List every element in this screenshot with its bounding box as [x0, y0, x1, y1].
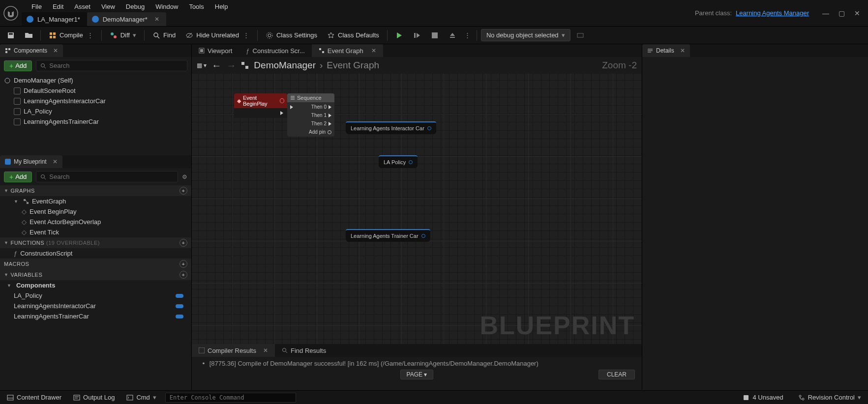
play-button[interactable] [391, 29, 407, 42]
find-button[interactable]: Find [149, 29, 180, 42]
console-input[interactable] [165, 393, 296, 403]
graph-menu-button[interactable]: ▦ ▾ [197, 62, 207, 69]
blueprint-search[interactable] [36, 171, 178, 182]
component-root[interactable]: DemoManager (Self) [0, 75, 191, 86]
debug-object-select[interactable]: No debug object selected ▾ [481, 29, 570, 41]
diff-button[interactable]: Diff ▾ [106, 29, 140, 42]
cmd-button[interactable]: Cmd▾ [123, 393, 159, 402]
component-item[interactable]: DefaultSceneRoot [0, 86, 191, 96]
object-out-pin[interactable] [427, 126, 431, 130]
page-button[interactable]: PAGE ▾ [400, 370, 434, 379]
close-icon[interactable]: ✕ [371, 47, 376, 54]
functions-header[interactable]: ▼FUNCTIONS(19 OVERRIDABLE)+ [0, 237, 191, 248]
eject-button[interactable] [445, 29, 460, 42]
close-icon[interactable]: ✕ [53, 47, 58, 54]
construction-tab[interactable]: ƒConstruction Scr... [239, 44, 311, 57]
add-macro-button[interactable]: + [180, 260, 187, 268]
hide-unrelated-button[interactable]: Hide Unrelated ⋮ [181, 29, 253, 42]
variable-item[interactable]: LearningAgentsInteractorCar [0, 301, 191, 311]
event-item[interactable]: ◇Event BeginPlay [0, 206, 191, 217]
graphs-header[interactable]: ▼GRAPHS+ [0, 185, 191, 196]
exec-out-pin[interactable] [329, 122, 331, 126]
component-item[interactable]: LearningAgentsTrainerCar [0, 116, 191, 127]
add-variable-button[interactable]: + [180, 271, 187, 279]
ref-node-policy[interactable]: LA Policy [379, 155, 418, 168]
components-tab[interactable]: Components ✕ [0, 44, 63, 57]
menu-window[interactable]: Window [150, 2, 183, 11]
close-icon[interactable]: ✕ [850, 8, 864, 19]
nav-back-button[interactable]: ← [211, 60, 221, 71]
details-tab[interactable]: Details ✕ [642, 44, 690, 57]
components-search-input[interactable] [49, 62, 183, 69]
minimize-icon[interactable]: — [819, 8, 833, 19]
class-settings-button[interactable]: Class Settings [262, 29, 321, 42]
menu-help[interactable]: Help [210, 2, 233, 11]
menu-view[interactable]: View [96, 2, 120, 11]
graph-item[interactable]: ▼EventGraph [0, 196, 191, 206]
compile-button[interactable]: Compile ⋮ [45, 29, 97, 42]
menu-asset[interactable]: Asset [69, 2, 95, 11]
chevron-down-icon[interactable]: ▾ [133, 31, 136, 39]
variable-item[interactable]: LearningAgentsTrainerCar [0, 311, 191, 321]
compiler-results-tab[interactable]: Compiler Results✕ [192, 344, 275, 357]
save-button[interactable] [3, 29, 19, 42]
exec-out-pin[interactable] [280, 111, 283, 115]
chevron-down-icon[interactable]: ⋮ [243, 31, 249, 39]
breadcrumb-root[interactable]: DemoManager [254, 60, 316, 71]
play-options-button[interactable]: ⋮ [462, 29, 473, 42]
eventgraph-tab[interactable]: Event Graph✕ [312, 44, 383, 57]
ref-node-trainer[interactable]: Learning Agents Trainer Car [346, 229, 430, 242]
myblueprint-tab[interactable]: My Blueprint ✕ [0, 155, 62, 168]
menu-tools[interactable]: Tools [184, 2, 209, 11]
class-defaults-button[interactable]: Class Defaults [323, 29, 383, 42]
output-log-button[interactable]: Output Log [70, 393, 118, 402]
step-button[interactable] [409, 29, 425, 42]
add-blueprint-button[interactable]: +Add [4, 172, 32, 182]
doc-tab-la-manager[interactable]: LA_Manager1* [22, 12, 87, 26]
viewport-tab[interactable]: Viewport [192, 44, 239, 57]
close-icon[interactable]: ✕ [263, 347, 268, 354]
close-icon[interactable]: ✕ [154, 16, 159, 23]
menu-file[interactable]: File [27, 2, 47, 11]
nav-forward-button[interactable]: → [226, 60, 236, 71]
variables-header[interactable]: ▼VARIABLES+ [0, 269, 191, 280]
add-pin-label[interactable]: Add pin [309, 129, 326, 135]
ref-node-interactor[interactable]: Learning Agents Interactor Car [346, 121, 436, 134]
menu-debug[interactable]: Debug [121, 2, 150, 11]
add-component-button[interactable]: +Add [4, 60, 32, 71]
add-graph-button[interactable]: + [180, 187, 187, 195]
add-pin-icon[interactable] [328, 130, 331, 134]
find-results-tab[interactable]: Find Results [275, 344, 333, 357]
variable-item[interactable]: LA_Policy [0, 290, 191, 301]
exec-in-pin[interactable] [290, 105, 293, 109]
graph-canvas[interactable]: ◆Event BeginPlay Sequence Then 0 Then 1 … [192, 74, 642, 344]
function-item[interactable]: ƒConstructionScript [0, 248, 191, 259]
event-item[interactable]: ◇Event Tick [0, 227, 191, 237]
content-drawer-button[interactable]: Content Drawer [4, 393, 64, 402]
breadcrumb-leaf[interactable]: Event Graph [327, 60, 379, 71]
parent-class-link[interactable]: Learning Agents Manager [736, 9, 809, 17]
doc-tab-demomanager[interactable]: DemoManager* ✕ [87, 12, 166, 26]
gear-icon[interactable]: ⚙ [182, 173, 187, 180]
exec-out-pin[interactable] [329, 114, 331, 117]
macros-header[interactable]: MACROS+ [0, 259, 191, 269]
event-beginplay-node[interactable]: ◆Event BeginPlay [234, 93, 287, 118]
debug-locate-button[interactable] [572, 29, 588, 42]
stop-button[interactable] [427, 29, 443, 42]
unsaved-button[interactable]: 4 Unsaved [740, 393, 786, 402]
browse-button[interactable] [21, 29, 36, 42]
component-item[interactable]: LA_Policy [0, 106, 191, 116]
menu-edit[interactable]: Edit [48, 2, 68, 11]
event-item[interactable]: ◇Event ActorBeginOverlap [0, 217, 191, 227]
sequence-node[interactable]: Sequence Then 0 Then 1 Then 2 Add pin [287, 93, 334, 137]
revision-control-button[interactable]: Revision Control▾ [795, 393, 864, 402]
clear-button[interactable]: CLEAR [599, 370, 635, 379]
variable-group[interactable]: ▼Components [0, 280, 191, 290]
blueprint-search-input[interactable] [49, 173, 174, 180]
components-search[interactable] [36, 60, 187, 71]
object-out-pin[interactable] [421, 234, 425, 238]
exec-out-pin[interactable] [329, 105, 331, 109]
add-function-button[interactable]: + [180, 239, 187, 247]
delegate-pin[interactable] [280, 98, 284, 103]
chevron-down-icon[interactable]: ⋮ [87, 31, 93, 39]
